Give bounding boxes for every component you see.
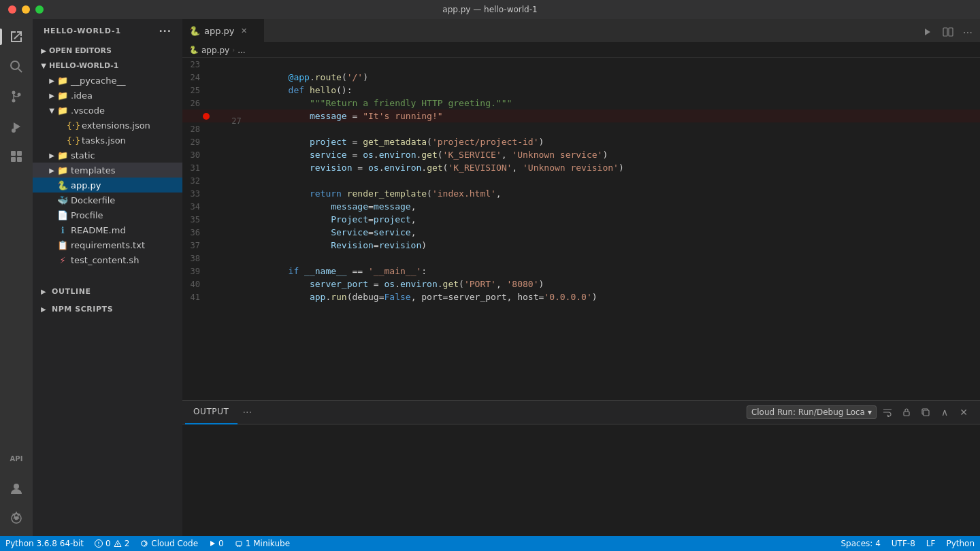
line-num-40: 40 — [182, 280, 211, 289]
json-icon-extensions: {·} — [68, 120, 79, 131]
vscode-folder[interactable]: ▼ 📁 .vscode — [33, 103, 182, 118]
pycache-folder[interactable]: ▶ 📁 __pycache__ — [33, 73, 182, 88]
folder-icon-idea: 📁 — [57, 90, 68, 101]
error-count: 0 — [105, 539, 111, 548]
explorer-activity-icon[interactable] — [4, 24, 29, 49]
tasks-json-file[interactable]: ▶ {·} tasks.json — [33, 133, 182, 148]
errors-item[interactable]: 0 2 — [89, 536, 135, 551]
idea-folder[interactable]: ▶ 📁 .idea — [33, 88, 182, 103]
app-py-file[interactable]: ▶ 🐍 app.py — [33, 178, 182, 193]
extensions-activity-icon[interactable] — [4, 144, 29, 169]
python-version-item[interactable]: Python 3.6.8 64-bit — [0, 536, 89, 551]
status-bar: Python 3.6.8 64-bit 0 2 Cloud Code — [0, 536, 980, 551]
line-ending-item[interactable]: LF — [921, 536, 941, 551]
warning-icon — [114, 539, 122, 548]
code-line-31: 31 revision = os.environ.get('K_REVISION… — [182, 161, 980, 174]
templates-folder[interactable]: ▶ 📁 templates — [33, 163, 182, 178]
search-activity-icon[interactable] — [4, 54, 29, 79]
vscode-label: .vscode — [71, 105, 182, 116]
api-activity-icon[interactable]: API — [4, 446, 29, 471]
minikube-label: 1 Minikube — [246, 539, 290, 548]
svg-point-2 — [12, 91, 16, 95]
split-editor-button[interactable] — [941, 24, 956, 42]
open-editors-label: OPEN EDITORS — [49, 46, 182, 55]
line-num-37: 37 — [182, 241, 211, 250]
account-activity-icon[interactable] — [4, 476, 29, 501]
svg-marker-15 — [925, 29, 930, 35]
procfile-file[interactable]: ▶ 📄 Procfile — [33, 207, 182, 222]
breakpoint-icon[interactable] — [203, 113, 210, 120]
cloud-code-label: Cloud Code — [151, 539, 198, 548]
line-num-31: 31 — [182, 163, 211, 173]
copy-output-button[interactable] — [917, 404, 934, 420]
editor-tab-app-py[interactable]: 🐍 app.py ✕ — [182, 19, 264, 42]
settings-activity-icon[interactable] — [4, 506, 29, 531]
requirements-icon: 📋 — [57, 239, 68, 250]
line-num-24: 24 — [182, 73, 211, 82]
svg-rect-8 — [11, 151, 16, 156]
static-folder[interactable]: ▶ 📁 static — [33, 148, 182, 163]
source-control-activity-icon[interactable] — [4, 84, 29, 109]
window-controls[interactable] — [8, 5, 44, 14]
svg-point-0 — [11, 61, 19, 69]
line-num-36: 36 — [182, 228, 211, 237]
chevron-right-icon-static: ▶ — [46, 150, 57, 161]
breadcrumb-separator: › — [232, 46, 235, 54]
minikube-item[interactable]: 1 Minikube — [229, 536, 295, 551]
outline-section[interactable]: ▶ OUTLINE — [33, 284, 182, 299]
language-item[interactable]: Python — [941, 536, 980, 551]
svg-point-7 — [12, 129, 16, 133]
language-label: Python — [946, 539, 975, 548]
activity-bar-bottom: API — [4, 446, 29, 531]
run-activity-icon[interactable] — [4, 114, 29, 139]
run-button[interactable] — [920, 24, 935, 42]
line-num-25: 25 — [182, 86, 211, 95]
maximize-button[interactable] — [35, 5, 44, 14]
open-editors-section[interactable]: ▶ OPEN EDITORS — [33, 43, 182, 58]
output-source-dropdown[interactable]: Cloud Run: Run/Debug Loca ▾ — [747, 405, 877, 419]
more-actions-button[interactable]: ··· — [961, 25, 975, 41]
hello-world-root[interactable]: ▼ HELLO-WORLD-1 — [33, 58, 182, 73]
npm-scripts-section[interactable]: ▶ NPM SCRIPTS — [33, 301, 182, 316]
tab-close-button[interactable]: ✕ — [239, 25, 250, 36]
test-content-file[interactable]: ▶ ⚡ test_content.sh — [33, 252, 182, 267]
cloud-run-item[interactable]: Cloud Code — [135, 536, 203, 551]
close-button[interactable] — [8, 5, 16, 14]
line-num-23: 23 — [182, 60, 211, 69]
extensions-json-file[interactable]: ▶ {·} extensions.json — [33, 118, 182, 133]
spaces-item[interactable]: Spaces: 4 — [836, 536, 886, 551]
svg-point-29 — [237, 546, 238, 547]
panel-content[interactable] — [182, 424, 980, 536]
svg-rect-9 — [17, 151, 22, 156]
requirements-file[interactable]: ▶ 📋 requirements.txt — [33, 237, 182, 252]
panel-tab-bar: OUTPUT ··· Cloud Run: Run/Debug Loca ▾ — [182, 401, 980, 424]
folder-icon-pycache: 📁 — [57, 75, 68, 86]
run-debug-item[interactable]: 0 — [203, 536, 229, 551]
minimize-button[interactable] — [22, 5, 30, 14]
tab-actions: ··· — [915, 24, 980, 42]
code-line-27: 27 message = "It's running!" — [182, 110, 980, 122]
dockerfile-file[interactable]: ▶ 🐳 Dockerfile — [33, 193, 182, 207]
panel-more-button[interactable]: ··· — [238, 407, 257, 418]
output-tab-label: OUTPUT — [193, 407, 229, 416]
code-editor[interactable]: 23 24 @app.route('/') 25 def hello(): 26 — [182, 58, 980, 400]
sidebar-more-icon[interactable]: ··· — [159, 26, 172, 37]
encoding-item[interactable]: UTF-8 — [886, 536, 921, 551]
tab-python-icon: 🐍 — [189, 26, 200, 36]
close-panel-button[interactable]: ✕ — [956, 404, 972, 420]
editor-area: 🐍 app.py ✕ ··· — [182, 19, 980, 536]
svg-rect-28 — [236, 541, 242, 546]
readme-file[interactable]: ▶ ℹ README.md — [33, 222, 182, 237]
collapse-panel-button[interactable]: ∧ — [936, 404, 953, 420]
word-wrap-button[interactable] — [879, 404, 896, 420]
breadcrumb-filename[interactable]: app.py — [201, 46, 229, 55]
breadcrumb-rest[interactable]: ... — [238, 46, 245, 55]
activity-bar: API — [0, 19, 33, 536]
svg-line-1 — [18, 69, 22, 72]
sidebar-header-icons[interactable]: ··· — [159, 26, 172, 37]
output-tab[interactable]: OUTPUT — [185, 401, 238, 424]
chevron-right-icon-templates: ▶ — [46, 165, 57, 176]
lock-button[interactable] — [898, 404, 915, 420]
svg-point-25 — [117, 546, 118, 546]
svg-rect-10 — [11, 157, 16, 162]
